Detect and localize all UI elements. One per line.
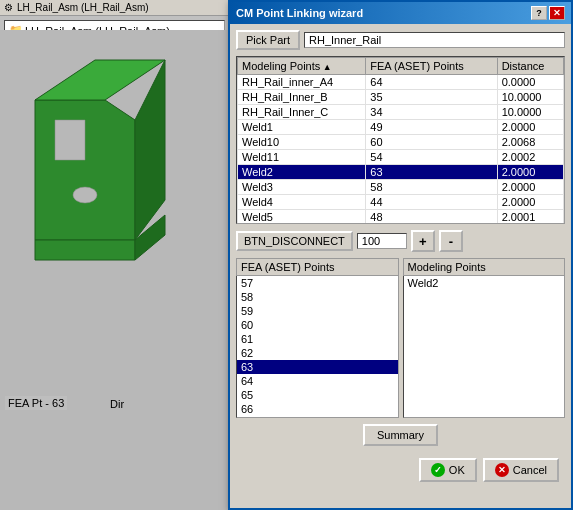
rail-svg: [5, 40, 215, 360]
fea-label: FEA Pt - 63: [5, 396, 67, 410]
dialog-title: CM Point Linking wizard: [236, 7, 363, 19]
dialog-content: Pick Part RH_Inner_Rail Modeling Points …: [230, 24, 571, 492]
svg-point-4: [73, 187, 97, 203]
plus-button[interactable]: +: [411, 230, 435, 252]
distance-field[interactable]: [357, 233, 407, 249]
table-row[interactable]: Weld2632.0000: [238, 165, 564, 180]
svg-marker-3: [55, 120, 85, 160]
summary-row: Summary: [236, 424, 565, 446]
cancel-label: Cancel: [513, 464, 547, 476]
lower-panels: FEA (ASET) Points 5758596061626364656667…: [236, 258, 565, 418]
fea-list-item[interactable]: 63: [237, 360, 398, 374]
col-modeling: Modeling Points: [238, 58, 366, 75]
table-row[interactable]: Weld4442.0000: [238, 195, 564, 210]
disconnect-button[interactable]: BTN_DISCONNECT: [236, 231, 353, 251]
table-row[interactable]: Weld1492.0000: [238, 120, 564, 135]
svg-marker-1: [35, 60, 165, 100]
summary-button[interactable]: Summary: [363, 424, 438, 446]
cancel-icon: ✕: [495, 463, 509, 477]
fea-list-item[interactable]: 61: [237, 332, 398, 346]
fea-list-panel: FEA (ASET) Points 5758596061626364656667: [236, 258, 399, 418]
cancel-button[interactable]: ✕ Cancel: [483, 458, 559, 482]
table-row[interactable]: RH_Rail_inner_A4640.0000: [238, 75, 564, 90]
modeling-list-body[interactable]: Weld2: [403, 276, 566, 418]
fea-list-item[interactable]: 59: [237, 304, 398, 318]
part-name-field[interactable]: RH_Inner_Rail: [304, 32, 565, 48]
fea-list-item[interactable]: 60: [237, 318, 398, 332]
ok-label: OK: [449, 464, 465, 476]
modeling-list-header: Modeling Points: [403, 258, 566, 276]
pick-part-row: Pick Part RH_Inner_Rail: [236, 30, 565, 50]
svg-marker-5: [35, 240, 135, 260]
col-fea: FEA (ASET) Points: [366, 58, 497, 75]
table-row[interactable]: RH_Rail_Inner_C3410.0000: [238, 105, 564, 120]
table-row[interactable]: Weld5482.0001: [238, 210, 564, 225]
main-table-wrapper: Modeling Points FEA (ASET) Points Distan…: [236, 56, 565, 224]
cad-toolbar: ⚙ LH_Rail_Asm (LH_Rail_Asm): [0, 0, 229, 16]
fea-list-header: FEA (ASET) Points: [236, 258, 399, 276]
fea-list-item[interactable]: 57: [237, 276, 398, 290]
fea-list-item[interactable]: 66: [237, 402, 398, 416]
pick-part-button[interactable]: Pick Part: [236, 30, 300, 50]
ok-button[interactable]: ✓ OK: [419, 458, 477, 482]
dialog-titlebar: CM Point Linking wizard ? ✕: [230, 2, 571, 24]
minus-button[interactable]: -: [439, 230, 463, 252]
modeling-list-item[interactable]: Weld2: [404, 276, 565, 290]
fea-list-item[interactable]: 62: [237, 346, 398, 360]
fea-list-item[interactable]: 64: [237, 374, 398, 388]
fea-list-item[interactable]: 65: [237, 388, 398, 402]
table-row[interactable]: RH_Rail_Inner_B3510.0000: [238, 90, 564, 105]
table-row[interactable]: Weld3582.0000: [238, 180, 564, 195]
fea-list-item[interactable]: 58: [237, 290, 398, 304]
main-table: Modeling Points FEA (ASET) Points Distan…: [237, 57, 564, 224]
bottom-row: ✓ OK ✕ Cancel: [236, 454, 565, 486]
close-button[interactable]: ✕: [549, 6, 565, 20]
cad-toolbar-icon1: ⚙: [4, 2, 13, 13]
modeling-list-panel: Modeling Points Weld2: [403, 258, 566, 418]
main-table-container[interactable]: Modeling Points FEA (ASET) Points Distan…: [236, 56, 565, 224]
table-row[interactable]: Weld10602.0068: [238, 135, 564, 150]
middle-controls-row: BTN_DISCONNECT + -: [236, 230, 565, 252]
help-button[interactable]: ?: [531, 6, 547, 20]
dir-label: Dir: [110, 398, 124, 410]
svg-marker-2: [135, 60, 165, 240]
table-row[interactable]: Weld11542.0002: [238, 150, 564, 165]
col-distance: Distance: [497, 58, 563, 75]
fea-list-body[interactable]: 5758596061626364656667: [236, 276, 399, 418]
cad-panel: ⚙ LH_Rail_Asm (LH_Rail_Asm) 📁 LH_Rail_As…: [0, 0, 230, 510]
cm-point-linking-dialog: CM Point Linking wizard ? ✕ Pick Part RH…: [228, 0, 573, 510]
fea-list-item[interactable]: 67: [237, 416, 398, 418]
ok-icon: ✓: [431, 463, 445, 477]
cad-title-label: LH_Rail_Asm (LH_Rail_Asm): [17, 2, 149, 13]
cad-viewport: FEA Pt - 63 Dir: [0, 30, 229, 510]
dialog-controls: ? ✕: [531, 6, 565, 20]
